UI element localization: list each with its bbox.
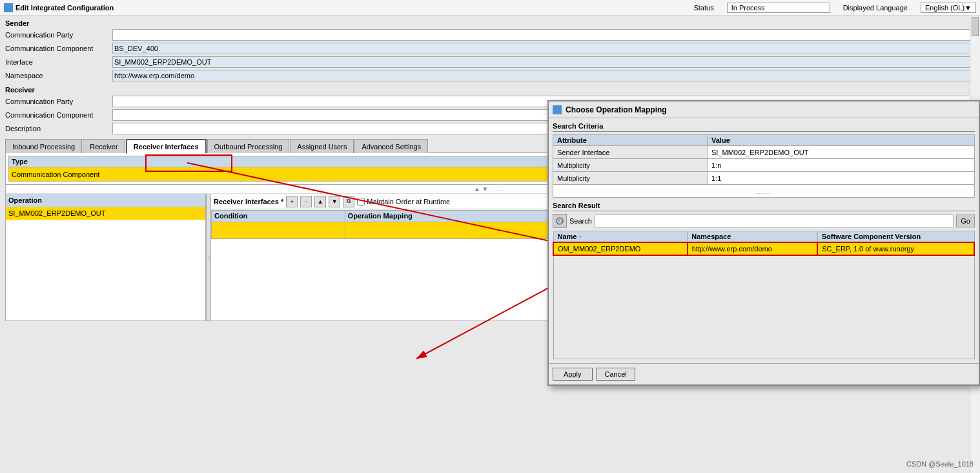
maintain-order-label: Maintain Order at Runtime: [357, 198, 450, 205]
main-window: Edit Integrated Configuration Status In …: [0, 0, 980, 473]
right-panel-title: Receiver Interfaces *: [214, 198, 283, 205]
apply-button[interactable]: Apply: [553, 368, 593, 381]
left-panel: Operation SI_MM002_ERP2DEMO_OUT: [6, 194, 206, 321]
search-criteria-title: Search Criteria: [553, 122, 975, 132]
description-label: Description: [3, 125, 112, 132]
modal-body: Search Criteria Attribute Value Sender I…: [549, 118, 979, 363]
sender-header: Sender: [3, 18, 977, 28]
svg-text:↻: ↻: [558, 218, 562, 224]
tab-inbound[interactable]: Inbound Processing: [5, 139, 82, 153]
empty-cell: [553, 255, 974, 359]
result-namespace: http://www.erp.com/demo: [688, 242, 817, 255]
criteria-attr-3: Multiplicity: [553, 172, 708, 185]
criteria-value-1: SI_MM002_ERP2DEMO_OUT: [708, 146, 975, 159]
result-version: SC_ERP, 1.0 of www.runergy: [817, 242, 974, 255]
col-attribute: Attribute: [553, 135, 708, 146]
comm-party-label: Communication Party: [3, 31, 112, 39]
status-label: Status: [693, 4, 713, 12]
namespace-row: Namespace: [3, 69, 977, 82]
modal-title-bar: Choose Operation Mapping: [549, 101, 979, 118]
tab-assigned-users[interactable]: Assigned Users: [290, 139, 354, 153]
recv-comm-component-label: Communication Component: [3, 111, 112, 119]
criteria-row-2: Multiplicity 1:n: [553, 159, 975, 172]
tab-receiver-interfaces[interactable]: Receiver Interfaces: [126, 139, 207, 153]
move-down-btn[interactable]: ▼: [329, 196, 340, 207]
sort-arrow: ↑: [579, 234, 582, 240]
modal-footer: Apply Cancel: [549, 363, 979, 384]
modal-title: Choose Operation Mapping: [566, 105, 667, 114]
dashed-cell: .........: [553, 185, 975, 198]
criteria-table: Attribute Value Sender Interface SI_MM00…: [553, 134, 975, 198]
comm-party-input[interactable]: [112, 29, 977, 41]
copy-btn[interactable]: ⧉: [343, 196, 354, 207]
modal-icon: [553, 105, 562, 114]
lang-label: Displayed Language: [843, 4, 908, 12]
namespace-input[interactable]: [112, 70, 977, 81]
result-col-version[interactable]: Software Component Version: [817, 231, 974, 243]
window-title: Edit Integrated Configuration: [15, 4, 693, 12]
comm-component-row: Communication Component: [3, 42, 977, 55]
result-col-name[interactable]: Name ↑: [553, 231, 688, 243]
cancel-button[interactable]: Cancel: [597, 368, 635, 381]
namespace-label: Namespace: [3, 72, 112, 79]
maintain-order-checkbox[interactable]: [357, 198, 365, 205]
interface-input[interactable]: [112, 56, 977, 68]
criteria-row-1: Sender Interface SI_MM002_ERP2DEMO_OUT: [553, 146, 975, 159]
title-right: Status In Process Displayed Language Eng…: [693, 3, 976, 13]
resize-handle[interactable]: ⋮: [206, 194, 211, 321]
result-col-namespace[interactable]: Namespace: [688, 231, 817, 243]
search-row: ↻ Search Go: [553, 214, 975, 228]
modal-dialog: Choose Operation Mapping Search Criteria…: [547, 100, 980, 386]
edit-icon: [4, 3, 13, 12]
recv-comm-party-label: Communication Party: [3, 98, 112, 105]
comm-component-label: Communication Component: [3, 45, 112, 52]
delete-row-btn[interactable]: -: [300, 196, 312, 207]
watermark: CSDN @Seele_1018: [906, 460, 974, 468]
criteria-row-3: Multiplicity 1:1: [553, 172, 975, 185]
result-name: OM_MM002_ERP2DEMO: [553, 242, 688, 255]
interface-row: Interface: [3, 56, 977, 68]
result-table: Name ↑ Namespace Software Component Vers…: [553, 231, 975, 359]
interface-label: Interface: [3, 58, 112, 66]
comm-party-row: Communication Party: [3, 28, 977, 41]
title-bar: Edit Integrated Configuration Status In …: [0, 0, 980, 16]
col-condition: Condition: [212, 210, 345, 222]
criteria-value-2: 1:n: [708, 159, 975, 172]
search-icon-btn[interactable]: ↻: [553, 214, 567, 228]
add-row-btn[interactable]: +: [286, 196, 298, 207]
criteria-attr-1: Sender Interface: [553, 146, 708, 159]
result-empty: [553, 255, 974, 359]
search-input[interactable]: [595, 215, 954, 227]
criteria-attr-2: Multiplicity: [553, 159, 708, 172]
lang-value[interactable]: English (OL)▼: [921, 3, 976, 13]
operation-header: Operation: [6, 194, 205, 207]
col-value: Value: [708, 135, 975, 146]
tab-receiver[interactable]: Receiver: [83, 139, 125, 153]
move-up-btn[interactable]: ▲: [314, 196, 326, 207]
search-result-title: Search Result: [553, 202, 975, 211]
receiver-header: Receiver: [3, 85, 977, 95]
cell-condition: [212, 222, 345, 238]
sender-section: Sender Communication Party Communication…: [3, 18, 977, 82]
tab-advanced[interactable]: Advanced Settings: [354, 139, 428, 153]
result-row[interactable]: OM_MM002_ERP2DEMO http://www.erp.com/dem…: [553, 242, 974, 255]
status-value: In Process: [727, 3, 830, 13]
refresh-icon: ↻: [555, 216, 564, 226]
go-button[interactable]: Go: [956, 215, 975, 227]
tab-outbound[interactable]: Outbound Processing: [207, 139, 290, 153]
resize-dots: ⋮: [207, 255, 211, 260]
comm-component-input[interactable]: [112, 43, 977, 54]
scrollbar-thumb[interactable]: [972, 17, 979, 36]
dashed-row: .........: [553, 185, 975, 198]
criteria-value-3: 1:1: [708, 172, 975, 185]
operation-row[interactable]: SI_MM002_ERP2DEMO_OUT: [6, 207, 205, 220]
search-label: Search: [569, 217, 592, 225]
